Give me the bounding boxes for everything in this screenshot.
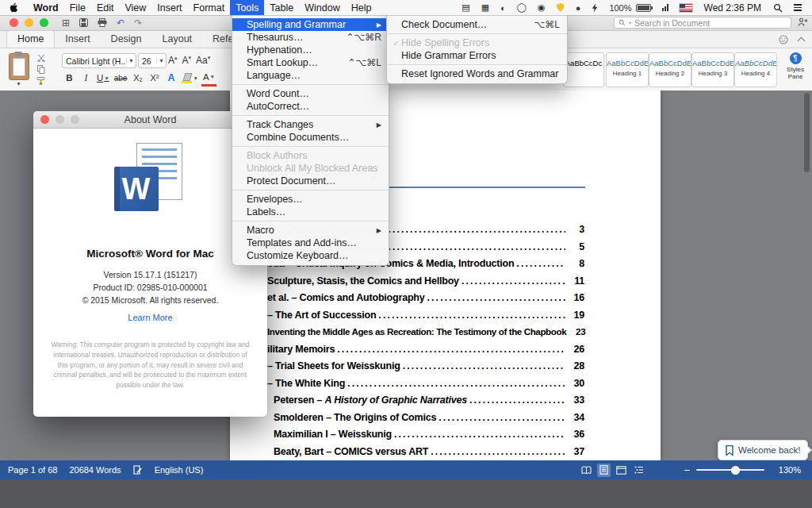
menu-item-reset-ignored-words-and-grammar[interactable]: Reset Ignored Words and Grammar: [387, 67, 567, 80]
menu-item-protect-document[interactable]: Protect Document…: [232, 175, 389, 187]
menu-item-hide-spelling-errors[interactable]: ✓Hide Spelling Errors: [387, 37, 567, 49]
tab-layout[interactable]: Layout: [152, 31, 203, 48]
text-effects-button[interactable]: A: [163, 71, 178, 85]
menu-insert[interactable]: Insert: [151, 0, 187, 15]
style-heading-1[interactable]: AaBbCcDdEeHeading 1: [606, 52, 649, 87]
cut-icon[interactable]: [37, 54, 45, 62]
apple-menu[interactable]: [0, 0, 28, 15]
close-button[interactable]: [10, 18, 18, 27]
menu-item-unblock-all-my-blocked-areas[interactable]: Unblock All My Blocked Areas: [232, 162, 389, 175]
highlight-button[interactable]: ▼: [180, 71, 199, 85]
menu-item-envelopes[interactable]: Envelopes…: [232, 193, 389, 206]
style-heading-3[interactable]: AaBbCcDdEeHeading 3: [691, 52, 734, 87]
menu-item-hyphenation[interactable]: Hyphenation…: [232, 44, 389, 56]
shield-icon[interactable]: [551, 3, 570, 12]
redo-icon[interactable]: ↷: [134, 17, 142, 29]
signal-icon[interactable]: [657, 4, 674, 11]
tab-insert[interactable]: Insert: [55, 31, 100, 48]
share-icon[interactable]: [798, 17, 808, 27]
proofing-status-icon[interactable]: [133, 465, 143, 475]
menu-word[interactable]: Word: [28, 0, 64, 15]
menu-item-autocorrect[interactable]: AutoCorrect…: [232, 100, 389, 113]
input-language-flag-icon[interactable]: [674, 4, 698, 12]
zoom-percentage[interactable]: 130%: [777, 465, 801, 475]
minimize-button[interactable]: [25, 18, 33, 27]
spotlight-icon[interactable]: [768, 3, 788, 13]
word-count[interactable]: 20684 Words: [69, 465, 121, 475]
menu-table[interactable]: Table: [264, 0, 299, 15]
copy-icon[interactable]: [37, 65, 45, 74]
menu-item-track-changes[interactable]: Track Changes▶: [232, 118, 389, 131]
smiley-feedback-icon[interactable]: [779, 35, 788, 44]
style-heading-4[interactable]: AaBbCcDdEeHeading 4: [734, 52, 777, 87]
bolt-icon[interactable]: [586, 3, 603, 13]
zoom-slider[interactable]: [696, 469, 764, 471]
lock-icon[interactable]: ●: [570, 3, 587, 13]
style-gallery-item-0[interactable]: AaBbCcDc: [563, 52, 604, 87]
menu-window[interactable]: Window: [299, 0, 345, 15]
undo-icon[interactable]: ↶: [117, 17, 124, 29]
notification-center-icon[interactable]: [788, 4, 807, 11]
zoom-slider-thumb[interactable]: [731, 466, 740, 475]
font-size-combobox[interactable]: 26 ▼: [138, 53, 167, 68]
menu-tools[interactable]: Tools: [230, 0, 264, 15]
font-color-button[interactable]: A▼: [201, 70, 216, 87]
menu-item-hide-grammar-errors[interactable]: Hide Grammar Errors: [387, 49, 567, 62]
menu-item-check-document[interactable]: Check Document…⌥⌘L: [387, 18, 567, 31]
menu-item-macro[interactable]: Macro▶: [232, 224, 389, 237]
menu-item-combine-documents[interactable]: Combine Documents…: [232, 131, 389, 144]
format-painter-icon[interactable]: [36, 77, 45, 85]
page-count[interactable]: Page 1 of 68: [8, 465, 57, 475]
paste-button[interactable]: [9, 53, 29, 80]
menu-edit[interactable]: Edit: [91, 0, 120, 15]
vertical-scrollbar[interactable]: [804, 93, 810, 456]
collapse-ribbon-icon[interactable]: [798, 37, 806, 45]
menu-item-spelling-and-grammar[interactable]: Spelling and Grammar▶: [232, 18, 389, 31]
paste-caret-icon[interactable]: ▼: [16, 81, 21, 87]
menubar-clock[interactable]: Wed 2:36 PM: [698, 2, 768, 13]
menu-item-thesaurus[interactable]: Thesaurus…⌃⌥⌘R: [232, 31, 389, 44]
read-mode-view-icon[interactable]: [580, 464, 593, 477]
menu-help[interactable]: Help: [346, 0, 377, 15]
subscript-button[interactable]: X₂: [130, 71, 145, 85]
zoom-button[interactable]: [40, 18, 48, 27]
menu-item-customize-keyboard[interactable]: Customize Keyboard…: [232, 249, 389, 262]
menu-item-templates-and-add-ins[interactable]: Templates and Add-ins…: [232, 237, 389, 249]
keyboard-icon[interactable]: ▦: [476, 2, 495, 13]
ring-icon[interactable]: ◯: [511, 2, 532, 13]
print-layout-view-icon[interactable]: [597, 464, 611, 477]
search-input[interactable]: ▾ Search in Document: [614, 17, 791, 29]
menu-item-labels[interactable]: Labels…: [232, 206, 389, 218]
save-icon[interactable]: [79, 18, 88, 27]
bold-button[interactable]: B: [62, 71, 77, 85]
dot-icon[interactable]: ◉: [532, 2, 551, 13]
menu-item-word-count[interactable]: Word Count…: [232, 87, 389, 100]
menu-format[interactable]: Format: [188, 0, 231, 15]
grow-font-button[interactable]: A▴: [168, 55, 178, 66]
learn-more-link[interactable]: Learn More: [33, 313, 267, 322]
scrollbar-thumb[interactable]: [804, 93, 810, 172]
strikethrough-button[interactable]: abe: [113, 71, 129, 85]
menu-view[interactable]: View: [119, 0, 151, 15]
style-heading-2[interactable]: AaBbCcDdEeHeading 2: [649, 52, 691, 87]
italic-button[interactable]: I: [79, 71, 94, 85]
change-case-button[interactable]: Aa▾: [196, 55, 210, 66]
view-switcher-icon[interactable]: ⊞: [62, 17, 70, 29]
print-icon[interactable]: [98, 18, 107, 27]
about-close-button[interactable]: [40, 115, 49, 124]
menu-item-language[interactable]: Language…: [232, 69, 389, 82]
shrink-font-button[interactable]: A▾: [182, 55, 192, 66]
menu-item-smart-lookup[interactable]: Smart Lookup…⌃⌥⌘L: [232, 56, 389, 69]
styles-pane-button[interactable]: ¶ Styles Pane: [780, 52, 810, 80]
tab-home[interactable]: Home: [6, 30, 55, 48]
font-name-combobox[interactable]: Calibri Light (H... ▼: [62, 53, 136, 68]
superscript-button[interactable]: X²: [147, 71, 162, 85]
tab-design[interactable]: Design: [101, 31, 152, 48]
menu-file[interactable]: File: [64, 0, 91, 15]
menu-item-block-authors[interactable]: Block Authors: [232, 149, 389, 162]
web-layout-view-icon[interactable]: [615, 464, 628, 477]
language-indicator[interactable]: English (US): [155, 465, 204, 475]
display-icon[interactable]: ▤: [456, 2, 475, 13]
welcome-back-tooltip[interactable]: Welcome back!: [718, 440, 808, 460]
battery-indicator[interactable]: 100%: [603, 3, 656, 13]
